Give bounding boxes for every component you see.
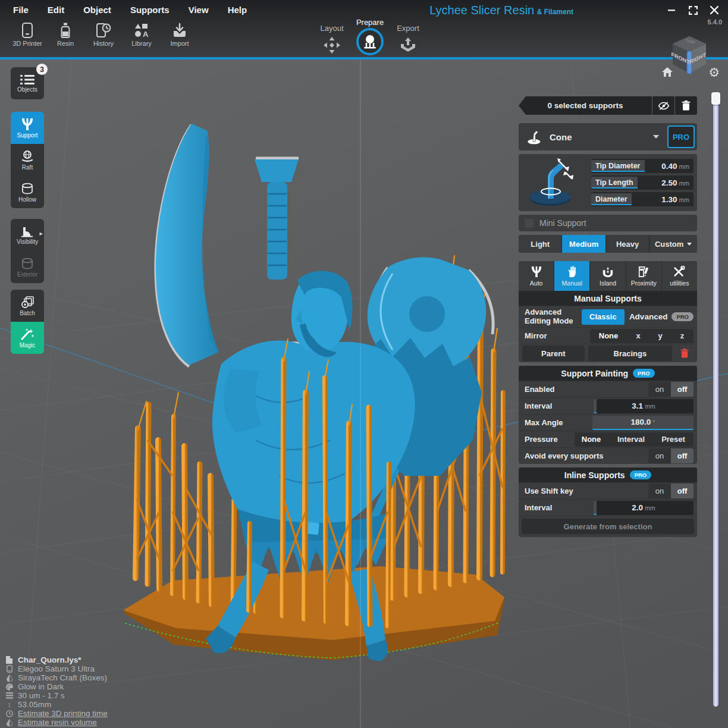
z-clip-slider[interactable] (713, 94, 718, 707)
inline-interval-field[interactable]: 2.0mm (594, 501, 694, 515)
shift-key-toggle[interactable]: onoff (648, 484, 694, 498)
sidebar-item-raft[interactable]: Raft (11, 144, 44, 176)
advanced-mode-button[interactable]: Advanced PRO (629, 312, 694, 321)
tab-auto[interactable]: Auto (519, 261, 554, 291)
parent-button[interactable]: Parent (522, 346, 585, 361)
hollow-icon (20, 182, 34, 195)
toolbar-import[interactable]: Import (161, 23, 199, 47)
tab-export[interactable]: Export (389, 18, 427, 54)
max-angle-field[interactable]: 180.0° (592, 416, 694, 430)
inline-interval-row: Interval 2.0mm (519, 499, 697, 516)
pressure-none[interactable]: None (575, 432, 608, 447)
close-icon (710, 6, 718, 14)
generate-from-selection-button[interactable]: Generate from selection (522, 519, 694, 534)
generate-row: Generate from selection (519, 516, 697, 537)
sidebar-item-exterior[interactable]: Exterior (11, 251, 44, 283)
maximize-button[interactable] (686, 5, 699, 15)
avoid-supports-row: Avoid every supports onoff (519, 447, 697, 464)
trash-red-icon (680, 349, 689, 358)
view-cube[interactable]: TOP FRONT RIGHT (666, 33, 713, 79)
inline-supports-card: Inline Supports PRO Use Shift key onoff … (519, 467, 697, 537)
mirror-x[interactable]: x (627, 329, 649, 343)
delete-manual-button[interactable] (676, 349, 694, 358)
viewport-3d[interactable]: ⚙ Objects 3 Support (0, 59, 728, 728)
toolbar-resin[interactable]: Resin (46, 23, 84, 47)
support-type-pro-button[interactable]: PRO (667, 125, 695, 148)
main-toolbar: 3D Printer Resin History (8, 23, 199, 47)
menu-edit[interactable]: Edit (38, 5, 74, 15)
diameter-value: 1.30mm (632, 195, 690, 204)
status-height: ↕ 53.05mm (5, 700, 108, 709)
estimate-time-link[interactable]: Estimate 3D printing time (5, 709, 108, 718)
support-type-label: Cone (550, 132, 653, 142)
chevron-down-icon[interactable] (653, 135, 659, 139)
tab-prepare[interactable]: Prepare (351, 18, 389, 55)
app-title: Lychee Slicer Resin & Filament (429, 4, 573, 17)
tip-length-field[interactable]: Tip Length 2.50mm (591, 175, 694, 190)
enabled-label: Enabled (525, 385, 648, 394)
exterior-label: Exterior (17, 271, 37, 278)
tab-proximity[interactable]: Proximity (626, 261, 661, 291)
sidebar-item-batch[interactable]: Batch (11, 290, 44, 322)
sidebar-item-hollow[interactable]: Hollow (11, 176, 44, 208)
magic-label: Magic (20, 342, 36, 349)
tab-island[interactable]: Island (590, 261, 625, 291)
hollow-label: Hollow (18, 196, 36, 203)
density-custom[interactable]: Custom (649, 235, 697, 253)
resin-drop-icon (5, 674, 14, 682)
mirror-y[interactable]: y (649, 329, 671, 343)
estimate-volume-link[interactable]: Estimate resin volume (5, 718, 108, 727)
z-clip-slider-handle[interactable] (711, 92, 720, 105)
layout-move-icon (323, 36, 341, 54)
support-painting-card: Support Painting PRO Enabled onoff Inter… (519, 366, 697, 464)
support-type-row: Cone PRO (519, 123, 697, 150)
classic-mode-button[interactable]: Classic (582, 309, 625, 325)
tip-diameter-label: Tip Diameter (591, 160, 645, 172)
painting-interval-field[interactable]: 3.1mm (594, 399, 694, 413)
mini-support-checkbox[interactable] (525, 219, 534, 228)
batch-icon (20, 296, 34, 309)
toolbar-library[interactable]: A Library (123, 23, 161, 47)
tab-utilities[interactable]: utilities (662, 261, 697, 291)
avoid-supports-toggle[interactable]: onoff (648, 448, 694, 463)
tab-layout[interactable]: Layout (313, 18, 351, 54)
density-heavy[interactable]: Heavy (606, 235, 649, 253)
diameter-field[interactable]: Diameter 1.30mm (591, 192, 694, 206)
drag-handle[interactable] (594, 501, 597, 515)
toolbar-3d-printer[interactable]: 3D Printer (8, 23, 46, 47)
tab-manual-label: Manual (562, 280, 582, 287)
minimize-button[interactable] (665, 5, 678, 15)
hide-supports-button[interactable] (652, 96, 674, 115)
menu-supports[interactable]: Supports (121, 5, 179, 15)
sidebar-item-support[interactable]: Support (11, 112, 44, 144)
maximize-icon (689, 6, 698, 15)
density-light[interactable]: Light (519, 235, 561, 253)
menu-view[interactable]: View (179, 5, 218, 15)
mirror-none[interactable]: None (590, 329, 627, 343)
bracings-button[interactable]: Bracings (588, 346, 672, 361)
tip-diameter-field[interactable]: Tip Diameter 0.40mm (591, 159, 694, 173)
menu-file[interactable]: File (4, 5, 38, 15)
menu-object[interactable]: Object (74, 5, 121, 15)
pressure-preset[interactable]: Preset (654, 432, 692, 447)
tip-diameter-value: 0.40mm (645, 162, 690, 171)
sidebar-item-magic[interactable]: Magic (11, 322, 44, 354)
enabled-toggle[interactable]: onoff (648, 382, 694, 397)
tab-manual[interactable]: Manual (554, 261, 589, 291)
pro-badge: PRO (630, 470, 652, 479)
sidebar-item-visibility[interactable]: Visibility ▸ (11, 219, 44, 251)
objects-label: Objects (17, 86, 37, 93)
mirror-z[interactable]: z (671, 329, 693, 343)
menu-help[interactable]: Help (218, 5, 257, 15)
density-medium[interactable]: Medium (562, 235, 605, 253)
drag-handle[interactable] (594, 399, 597, 413)
status-printer: Elegoo Saturn 3 Ultra (5, 664, 108, 673)
delete-supports-button[interactable] (675, 96, 697, 115)
sidebar-item-objects[interactable]: Objects 3 (11, 67, 44, 99)
close-button[interactable] (708, 5, 721, 15)
printer-icon (5, 665, 14, 673)
import-icon (172, 23, 187, 38)
toolbar-history[interactable]: History (84, 23, 123, 47)
pressure-interval[interactable]: Interval (608, 432, 654, 447)
svg-text:A: A (143, 30, 149, 38)
